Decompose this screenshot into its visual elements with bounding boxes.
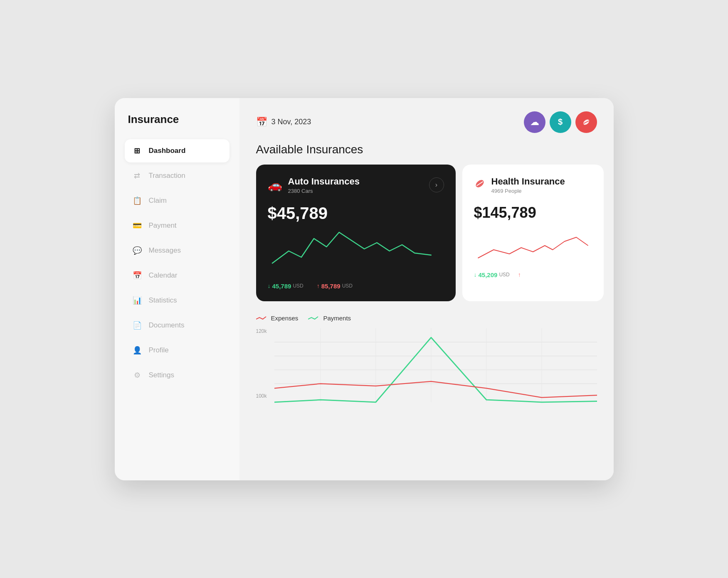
auto-stats: 45,789 USD 85,789 USD [268, 283, 444, 290]
sidebar-item-calendar[interactable]: 📅 Calendar [125, 264, 230, 287]
health-down-value: 45,209 [479, 271, 498, 278]
sidebar-label-calendar: Calendar [149, 271, 178, 280]
claim-icon: 📋 [131, 195, 143, 207]
car-icon: 🚗 [268, 178, 282, 192]
up-arrow [317, 283, 320, 289]
sidebar-label-documents: Documents [149, 321, 185, 330]
sidebar: Insurance ⊞ Dashboard ⇄ Transaction 📋 Cl… [115, 98, 239, 480]
app-container: Insurance ⊞ Dashboard ⇄ Transaction 📋 Cl… [115, 98, 614, 480]
calendar-icon: 📅 [256, 117, 267, 128]
auto-down-value: 45,789 [272, 283, 291, 290]
sidebar-item-claim[interactable]: 📋 Claim [125, 189, 230, 212]
profile-icon: 👤 [131, 344, 143, 356]
bottom-section: Expenses Payments 120k 100k [239, 315, 614, 411]
sidebar-item-settings[interactable]: ⚙ Settings [125, 364, 230, 387]
auto-card-header: 🚗 Auto Insurances 2380 Cars › [268, 176, 444, 194]
legend-expenses: Expenses [256, 315, 299, 322]
sidebar-item-statistics[interactable]: 📊 Statistics [125, 289, 230, 312]
health-insurance-card: Health Insurance 4969 People $145,789 45… [462, 165, 604, 301]
sidebar-label-transaction: Transaction [149, 172, 185, 180]
messages-icon: 💬 [131, 245, 143, 256]
bottom-chart-container: 120k 100k [256, 328, 597, 411]
health-title-group: Health Insurance 4969 People [474, 176, 565, 194]
auto-title-group: 🚗 Auto Insurances 2380 Cars [268, 176, 360, 194]
header: 📅 3 Nov, 2023 ☁ $ [239, 98, 614, 143]
health-down-currency: USD [499, 272, 509, 278]
sidebar-label-claim: Claim [149, 197, 167, 205]
payment-icon: 💳 [131, 220, 143, 231]
dashboard-icon: ⊞ [131, 145, 143, 157]
date-text: 3 Nov, 2023 [271, 118, 311, 126]
avatar-dollar[interactable]: $ [550, 111, 571, 133]
settings-icon: ⚙ [131, 369, 143, 381]
auto-chart [268, 226, 444, 276]
health-subtitle: 4969 People [491, 188, 565, 194]
auto-subtitle: 2380 Cars [288, 188, 360, 194]
pill-icon [474, 178, 486, 192]
transaction-icon: ⇄ [131, 170, 143, 182]
bottom-chart [274, 328, 597, 411]
payments-label: Payments [323, 315, 351, 322]
y-label-120k: 120k [256, 328, 271, 334]
health-down-arrow [474, 271, 477, 278]
sidebar-item-dashboard[interactable]: ⊞ Dashboard [125, 139, 230, 162]
sidebar-label-payment: Payment [149, 221, 177, 230]
y-label-100k: 100k [256, 393, 271, 399]
auto-up-value: 85,789 [321, 283, 341, 290]
chart-legend: Expenses Payments [256, 315, 597, 322]
sidebar-label-messages: Messages [149, 246, 181, 255]
auto-stat-down: 45,789 USD [268, 283, 304, 290]
auto-title: Auto Insurances [288, 176, 360, 187]
sidebar-item-profile[interactable]: 👤 Profile [125, 339, 230, 362]
down-arrow [268, 283, 271, 289]
section-title: Available Insurances [239, 143, 614, 156]
sidebar-label-dashboard: Dashboard [149, 147, 186, 155]
y-axis: 120k 100k [256, 328, 271, 399]
sidebar-nav: ⊞ Dashboard ⇄ Transaction 📋 Claim 💳 Paym… [125, 139, 230, 389]
health-stat-down: 45,209 USD [474, 271, 510, 278]
expenses-label: Expenses [271, 315, 299, 322]
calendar-icon: 📅 [131, 270, 143, 281]
sidebar-item-messages[interactable]: 💬 Messages [125, 239, 230, 262]
health-title: Health Insurance [491, 176, 565, 187]
header-avatars: ☁ $ [524, 111, 597, 133]
documents-icon: 📄 [131, 320, 143, 331]
auto-amount: $45,789 [268, 204, 444, 223]
sidebar-item-payment[interactable]: 💳 Payment [125, 214, 230, 237]
health-stat-up: ↑ [518, 271, 521, 278]
sidebar-label-profile: Profile [149, 346, 169, 354]
sidebar-label-settings: Settings [149, 371, 174, 379]
health-amount: $145,789 [474, 204, 592, 221]
cards-row: 🚗 Auto Insurances 2380 Cars › $45,789 [239, 165, 614, 301]
health-card-header: Health Insurance 4969 People [474, 176, 592, 194]
auto-chevron[interactable]: › [429, 177, 444, 192]
sidebar-item-documents[interactable]: 📄 Documents [125, 314, 230, 337]
auto-up-currency: USD [342, 283, 353, 289]
health-up-arrow: ↑ [518, 271, 521, 278]
legend-payments: Payments [308, 315, 351, 322]
statistics-icon: 📊 [131, 295, 143, 306]
main-content: 📅 3 Nov, 2023 ☁ $ Available Insurances [239, 98, 614, 480]
auto-down-currency: USD [293, 283, 303, 289]
avatar-pill[interactable] [575, 111, 597, 133]
app-logo: Insurance [125, 113, 230, 126]
auto-insurance-card: 🚗 Auto Insurances 2380 Cars › $45,789 [256, 165, 456, 301]
avatar-cloud[interactable]: ☁ [524, 111, 545, 133]
health-stats: 45,209 USD ↑ [474, 271, 592, 278]
header-date: 📅 3 Nov, 2023 [256, 117, 311, 128]
sidebar-label-statistics: Statistics [149, 296, 177, 305]
health-chart [474, 225, 592, 266]
auto-stat-up: 85,789 USD [317, 283, 353, 290]
sidebar-item-transaction[interactable]: ⇄ Transaction [125, 164, 230, 187]
